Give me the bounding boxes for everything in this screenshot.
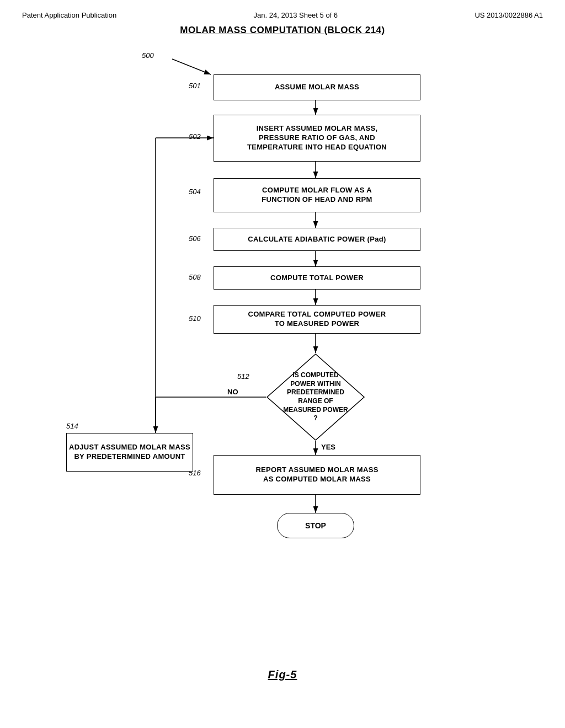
step-label-508: 508 xyxy=(189,273,201,281)
header-left: Patent Application Publication xyxy=(22,11,116,19)
step-label-512: 512 xyxy=(237,372,249,381)
yes-label: YES xyxy=(321,443,335,451)
diagram-title: MOLAR MASS COMPUTATION (BLOCK 214) xyxy=(45,25,520,36)
flowchart-box-516: REPORT ASSUMED MOLAR MASS AS COMPUTED MO… xyxy=(214,455,420,495)
step-label-514: 514 xyxy=(66,422,78,430)
header-right: US 2013/0022886 A1 xyxy=(475,11,543,19)
flowchart-box-501: ASSUME MOLAR MASS xyxy=(214,74,420,100)
flowchart-box-514: ADJUST ASSUMED MOLAR MASS BY PREDETERMIN… xyxy=(66,433,193,472)
step-label-504: 504 xyxy=(189,188,201,196)
no-label: NO xyxy=(227,388,238,396)
figure-label: Fig-5 xyxy=(268,668,297,681)
flowchart-box-506: CALCULATE ADIABATIC POWER (Pad) xyxy=(214,228,420,251)
step-label-502: 502 xyxy=(189,132,201,141)
step-label-500: 500 xyxy=(142,51,154,60)
diagram-area: MOLAR MASS COMPUTATION (BLOCK 214) xyxy=(45,25,520,687)
flowchart-stop: STOP xyxy=(277,513,354,538)
header-center: Jan. 24, 2013 Sheet 5 of 6 xyxy=(254,11,338,19)
flowchart-box-510: COMPARE TOTAL COMPUTED POWER TO MEASURED… xyxy=(214,305,420,334)
page: Patent Application Publication Jan. 24, … xyxy=(0,0,565,728)
step-label-501: 501 xyxy=(189,82,201,90)
flowchart-diamond-512: IS COMPUTEDPOWER WITHINPREDETERMINEDRANG… xyxy=(266,353,365,441)
diamond-text-512: IS COMPUTEDPOWER WITHINPREDETERMINEDRANG… xyxy=(280,371,351,423)
page-header: Patent Application Publication Jan. 24, … xyxy=(22,11,543,19)
step-label-510: 510 xyxy=(189,314,201,323)
step-label-506: 506 xyxy=(189,234,201,243)
svg-line-2 xyxy=(172,59,211,74)
flowchart-box-508: COMPUTE TOTAL POWER xyxy=(214,266,420,290)
flowchart-box-504: COMPUTE MOLAR FLOW AS A FUNCTION OF HEAD… xyxy=(214,178,420,212)
flowchart-box-502: INSERT ASSUMED MOLAR MASS, PRESSURE RATI… xyxy=(214,115,420,162)
